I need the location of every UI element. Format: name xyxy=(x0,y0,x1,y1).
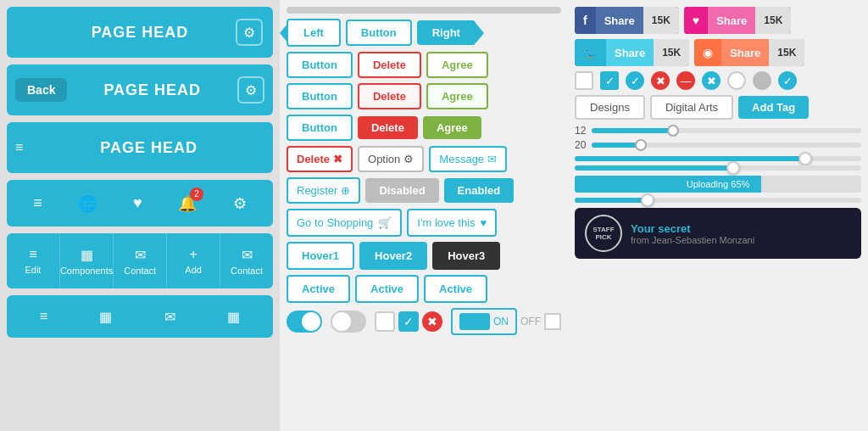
left-arrow-button[interactable]: Left xyxy=(287,19,341,47)
hamburger-nav-icon[interactable]: ≡ xyxy=(33,194,42,212)
bell-icon[interactable]: 🔔 2 xyxy=(178,194,197,213)
slider-handle-1[interactable] xyxy=(798,152,812,165)
bottom-icon-2[interactable]: ▦ xyxy=(99,309,112,325)
chk-5[interactable]: — xyxy=(676,71,695,90)
slider-handle-3[interactable] xyxy=(641,193,654,207)
agree-4a[interactable]: Agree xyxy=(423,116,481,139)
option-btn[interactable]: Option ⚙ xyxy=(358,146,424,172)
message-envelope-icon: ✉ xyxy=(487,153,497,165)
message-label: Message xyxy=(439,153,484,165)
fb-count: 15K xyxy=(643,7,679,34)
btn-row-6: Register ⊕ Disabled Enabled xyxy=(287,177,561,204)
delete-2a[interactable]: Delete xyxy=(358,52,421,78)
message-btn[interactable]: Message ✉ xyxy=(429,146,507,172)
back-button[interactable]: Back xyxy=(15,78,67,102)
hover1-btn[interactable]: Hover1 xyxy=(287,242,354,270)
video-title: Your secret xyxy=(631,222,754,235)
video-card[interactable]: STAFF PICK Your secret from Jean-Sebasti… xyxy=(575,208,861,259)
slider-fill-1 xyxy=(575,156,804,161)
active3-btn[interactable]: Active xyxy=(424,275,487,303)
gear-icon-2[interactable]: ⚙ xyxy=(237,76,264,104)
notification-badge: 2 xyxy=(190,188,203,201)
gear-icon-1[interactable]: ⚙ xyxy=(236,19,263,46)
sq-off-indicator xyxy=(544,313,561,330)
agree-2a[interactable]: Agree xyxy=(426,52,488,78)
chk-6[interactable]: ✖ xyxy=(702,71,721,90)
chk-9[interactable]: ✓ xyxy=(778,71,797,90)
num-handle-2[interactable] xyxy=(635,139,647,151)
button-2a[interactable]: Button xyxy=(287,52,353,78)
globe-icon[interactable]: 🌐 xyxy=(78,194,97,213)
hover2-btn[interactable]: Hover2 xyxy=(359,242,427,270)
tab-components[interactable]: ▦ Components xyxy=(60,233,114,288)
add-tag-button[interactable]: Add Tag xyxy=(738,96,809,119)
delete-5[interactable]: Delete ✖ xyxy=(287,146,353,172)
love-label: I'm love this xyxy=(417,216,475,229)
tags-row: Designs Digital Arts Add Tag xyxy=(575,95,861,120)
rss-count: 15K xyxy=(769,39,804,66)
rss-share-label: Share xyxy=(721,39,769,66)
chk-8[interactable] xyxy=(753,71,771,90)
checkbox-checked[interactable]: ✓ xyxy=(398,311,419,332)
delete-3a[interactable]: Delete xyxy=(358,83,421,109)
bottom-icon-3[interactable]: ✉ xyxy=(164,309,175,325)
enabled-btn[interactable]: Enabled xyxy=(444,178,515,203)
tag-digital-arts[interactable]: Digital Arts xyxy=(650,95,733,120)
square-toggle-on[interactable]: ON xyxy=(451,308,517,335)
hover3-btn[interactable]: Hover3 xyxy=(432,242,500,270)
num-bar-2 xyxy=(592,143,861,148)
tw-share-label: Share xyxy=(606,39,654,66)
chk-3[interactable]: ✓ xyxy=(626,71,644,90)
contact2-icon: ✉ xyxy=(242,247,253,263)
slider-section xyxy=(575,156,861,171)
delete-x-icon: ✖ xyxy=(333,153,342,165)
checkbox-error[interactable]: ✖ xyxy=(422,311,442,332)
facebook-share[interactable]: f Share 15K xyxy=(575,7,679,34)
active1-btn[interactable]: Active xyxy=(287,275,350,303)
btn-row-1: Left Button Right xyxy=(287,19,561,47)
slider-handle-2[interactable] xyxy=(726,161,740,175)
delete-4a[interactable]: Delete xyxy=(358,116,418,139)
twitter-share[interactable]: 🐦 Share 15K xyxy=(575,39,689,66)
tag-designs[interactable]: Designs xyxy=(575,95,645,120)
rss-share[interactable]: ◉ Share 15K xyxy=(694,39,804,66)
num-handle-1[interactable] xyxy=(667,125,679,137)
chk-1[interactable] xyxy=(575,71,593,90)
tab-contact2[interactable]: ✉ Contact xyxy=(220,233,273,288)
checkbox-unchecked[interactable] xyxy=(375,311,395,332)
disabled-btn[interactable]: Disabled xyxy=(365,178,438,203)
tab-edit[interactable]: ≡ Edit xyxy=(7,233,60,288)
square-toggle-off[interactable]: OFF xyxy=(520,313,561,330)
bottom-icon-4[interactable]: ▦ xyxy=(227,309,240,325)
page-head-2: Back PAGE HEAD ⚙ xyxy=(7,64,273,115)
button-4a[interactable]: Button xyxy=(287,115,353,141)
chk-4[interactable]: ✖ xyxy=(651,71,670,90)
button-3a[interactable]: Button xyxy=(287,83,353,109)
fb-icon: f xyxy=(575,7,596,34)
toggle-on-1[interactable] xyxy=(287,311,322,333)
num-label-1: 12 xyxy=(575,125,592,137)
love-btn[interactable]: I'm love this ♥ xyxy=(407,209,497,237)
tab-add[interactable]: + Add xyxy=(167,233,220,288)
chk-7[interactable] xyxy=(727,71,746,90)
toggle-off-1[interactable] xyxy=(331,311,366,333)
square-toggle-group: ON OFF xyxy=(451,308,561,335)
hamburger-icon[interactable]: ≡ xyxy=(15,140,23,155)
chk-2[interactable]: ✓ xyxy=(600,71,619,90)
btn-row-8: Hover1 Hover2 Hover3 xyxy=(287,242,561,270)
active2-btn[interactable]: Active xyxy=(355,275,419,303)
shopping-btn[interactable]: Go to Shopping 🛒 xyxy=(287,209,402,237)
heart-icon[interactable]: ♥ xyxy=(133,194,142,212)
gear-nav-icon[interactable]: ⚙ xyxy=(233,194,247,213)
num-bar-fill-1 xyxy=(592,128,672,133)
tab-contact[interactable]: ✉ Contact xyxy=(114,233,167,288)
agree-3a[interactable]: Agree xyxy=(426,83,488,109)
register-btn[interactable]: Register ⊕ xyxy=(287,177,360,204)
button-1[interactable]: Button xyxy=(346,20,412,46)
components-icon: ▦ xyxy=(81,247,93,263)
slider-track-1 xyxy=(575,156,861,161)
pink-share[interactable]: ♥ Share 15K xyxy=(684,7,791,34)
right-arrow-button[interactable]: Right xyxy=(417,20,476,45)
bottom-icon-1[interactable]: ≡ xyxy=(40,309,47,324)
tab-components-label: Components xyxy=(60,266,113,276)
